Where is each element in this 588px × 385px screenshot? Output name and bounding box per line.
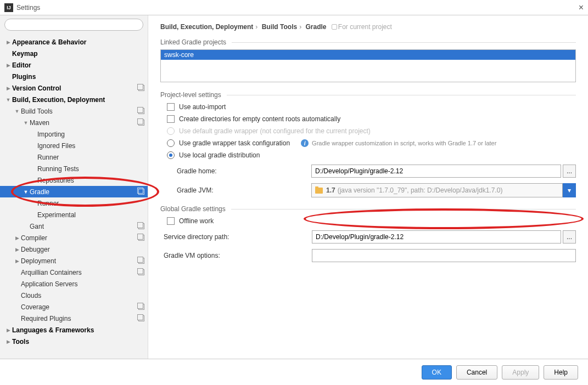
tree-deployment[interactable]: ▶Deployment xyxy=(0,255,148,267)
section-project: Project-level settings xyxy=(160,91,576,99)
app-icon: IJ xyxy=(4,3,13,12)
close-icon[interactable]: × xyxy=(579,3,584,13)
radio-icon xyxy=(167,127,175,135)
gradle-jvm-label: Gradle JVM: xyxy=(177,186,311,194)
radio-default-wrapper: Use default gradle wrapper (not configur… xyxy=(167,127,576,135)
gradle-home-label: Gradle home: xyxy=(177,167,311,175)
search-wrap xyxy=(0,15,148,34)
tree-ignored-files[interactable]: Ignored Files xyxy=(0,140,148,151)
radio-icon[interactable] xyxy=(167,151,175,159)
tree-runner-gradle[interactable]: Runner xyxy=(0,197,148,209)
service-dir-input[interactable] xyxy=(312,230,561,244)
section-linked: Linked Gradle projects xyxy=(160,38,576,46)
copy-icon xyxy=(138,258,144,264)
tree-clouds[interactable]: Clouds xyxy=(0,290,148,301)
tree-plugins[interactable]: Plugins xyxy=(0,71,148,82)
window-title: Settings xyxy=(16,4,40,12)
sidebar: ▶Appearance & Behavior Keymap ▶Editor Pl… xyxy=(0,15,148,359)
breadcrumb: Build, Execution, Deployment› Build Tool… xyxy=(160,23,576,31)
gradle-jvm-row: Gradle JVM: 1.7(java version "1.7.0_79",… xyxy=(177,183,576,197)
checkbox-icon[interactable] xyxy=(167,217,175,225)
tree-build-tools[interactable]: ▼Build Tools xyxy=(0,105,148,117)
info-icon: i xyxy=(301,139,309,147)
gradle-home-input[interactable] xyxy=(311,165,561,178)
tree-bed[interactable]: ▼Build, Execution, Deployment xyxy=(0,94,148,105)
tree-tools[interactable]: ▶Tools xyxy=(0,336,148,347)
copy-icon xyxy=(138,235,144,241)
tree-vcs[interactable]: ▶Version Control xyxy=(0,82,148,94)
linked-projects-list[interactable]: swsk-core xyxy=(160,49,576,82)
tree-runner-maven[interactable]: Runner xyxy=(0,151,148,163)
browse-button[interactable]: ... xyxy=(563,165,576,178)
tree-app-servers[interactable]: Application Servers xyxy=(0,278,148,290)
tree-langs[interactable]: ▶Languages & Frameworks xyxy=(0,324,148,336)
copy-icon xyxy=(138,304,144,310)
settings-tree: ▶Appearance & Behavior Keymap ▶Editor Pl… xyxy=(0,34,148,359)
tree-importing[interactable]: Importing xyxy=(0,128,148,140)
radio-local-dist[interactable]: Use local gradle distribution xyxy=(167,151,576,159)
folder-icon xyxy=(315,188,323,194)
checkbox-offline[interactable]: Offline work xyxy=(167,217,576,225)
copy-icon xyxy=(138,315,144,321)
checkbox-create-dirs[interactable]: Create directories for empty content roo… xyxy=(167,115,576,123)
checkbox-icon[interactable] xyxy=(167,103,175,111)
tree-arquillian[interactable]: Arquillian Containers xyxy=(0,267,148,278)
hint-icon xyxy=(332,24,337,30)
cancel-button[interactable]: Cancel xyxy=(456,365,497,380)
radio-icon[interactable] xyxy=(167,139,175,147)
copy-icon xyxy=(138,85,144,91)
checkbox-auto-import[interactable]: Use auto-import xyxy=(167,103,576,111)
radio-wrapper-task[interactable]: Use gradle wrapper task configuration iG… xyxy=(167,139,576,147)
main-panel: Build, Execution, Deployment› Build Tool… xyxy=(148,15,588,359)
chevron-down-icon[interactable]: ▾ xyxy=(563,183,576,197)
tree-repositories[interactable]: Repositories xyxy=(0,174,148,186)
browse-button[interactable]: ... xyxy=(563,230,576,244)
copy-icon xyxy=(138,269,144,275)
titlebar: IJ Settings × xyxy=(0,0,588,15)
service-dir-label: Service directory path: xyxy=(164,233,312,241)
section-global: Global Gradle settings xyxy=(160,205,576,213)
tree-compiler[interactable]: ▶Compiler xyxy=(0,232,148,244)
copy-icon xyxy=(138,223,144,229)
tree-coverage[interactable]: Coverage xyxy=(0,301,148,313)
gradle-home-row: Gradle home: ... xyxy=(177,165,576,178)
copy-icon xyxy=(138,189,144,195)
apply-button: Apply xyxy=(502,365,539,380)
tree-gradle[interactable]: ▼Gradle xyxy=(0,186,148,197)
copy-icon xyxy=(138,108,144,114)
gradle-jvm-combo[interactable]: 1.7(java version "1.7.0_79", path: D:/De… xyxy=(311,183,563,197)
copy-icon xyxy=(138,120,144,126)
tree-gant[interactable]: Gant xyxy=(0,220,148,232)
vm-options-label: Gradle VM options: xyxy=(164,252,312,259)
tree-editor[interactable]: ▶Editor xyxy=(0,59,148,71)
list-item[interactable]: swsk-core xyxy=(161,50,575,60)
checkbox-icon[interactable] xyxy=(167,115,175,123)
vm-options-row: Gradle VM options: xyxy=(164,249,576,262)
tree-maven[interactable]: ▼Maven xyxy=(0,117,148,128)
dialog-footer: OK Cancel Apply Help xyxy=(0,359,588,385)
ok-button[interactable]: OK xyxy=(422,365,452,380)
tree-appearance[interactable]: ▶Appearance & Behavior xyxy=(0,36,148,48)
help-button[interactable]: Help xyxy=(544,365,578,380)
tree-keymap[interactable]: Keymap xyxy=(0,48,148,59)
search-input[interactable] xyxy=(4,19,143,31)
tree-experimental[interactable]: Experimental xyxy=(0,209,148,220)
tree-debugger[interactable]: ▶Debugger xyxy=(0,244,148,255)
vm-options-input[interactable] xyxy=(312,249,576,262)
tree-running-tests[interactable]: Running Tests xyxy=(0,163,148,174)
service-dir-row: Service directory path: ... xyxy=(164,230,576,244)
tree-required-plugins[interactable]: Required Plugins xyxy=(0,313,148,324)
